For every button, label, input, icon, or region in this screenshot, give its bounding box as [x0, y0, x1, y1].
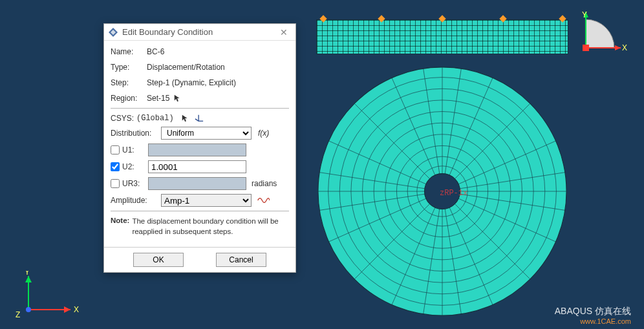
u1-checkbox[interactable]: [111, 145, 120, 154]
triad-bottom-left: X Y Z: [9, 271, 80, 323]
watermark: ABAQUS 仿真在线 www.1CAE.com: [555, 306, 631, 325]
amplitude-select[interactable]: Amp-1: [161, 194, 252, 207]
note-text: The displacement boundary condition will…: [132, 217, 289, 237]
svg-rect-34: [583, 45, 589, 51]
u1-label: U1:: [122, 145, 148, 154]
beam-mesh: [316, 19, 568, 54]
distribution-select[interactable]: Uniform: [161, 127, 252, 140]
type-label: Type:: [111, 63, 147, 72]
view-cube[interactable]: X Y: [579, 9, 631, 61]
ur3-input[interactable]: [148, 177, 246, 190]
watermark-line1: ABAQUS 仿真在线: [555, 306, 631, 317]
svg-text:X: X: [622, 43, 627, 52]
datum-label: zRP-1x: [440, 189, 467, 198]
ur3-checkbox[interactable]: [111, 179, 120, 188]
axis-z-label: Z: [16, 310, 20, 319]
u2-checkbox[interactable]: [111, 162, 120, 171]
divider: [111, 108, 289, 109]
csys-axes-icon[interactable]: [194, 114, 204, 123]
edit-bc-dialog: Edit Boundary Condition ✕ Name: BC-6 Typ…: [103, 23, 296, 273]
step-label: Step:: [111, 78, 147, 87]
svg-marker-26: [64, 306, 70, 313]
pick-region-icon[interactable]: [173, 94, 182, 103]
beam-grid: [317, 20, 568, 54]
u1-input[interactable]: [148, 143, 246, 156]
close-icon[interactable]: ✕: [276, 27, 292, 37]
watermark-line2: www.1CAE.com: [555, 317, 631, 325]
amplitude-label: Amplitude:: [111, 196, 161, 205]
type-value: Displacement/Rotation: [147, 63, 225, 72]
dialog-body: Name: BC-6 Type: Displacement/Rotation S…: [104, 41, 295, 247]
u2-input[interactable]: [148, 160, 246, 173]
app-icon: [108, 27, 118, 37]
ur3-label: UR3:: [122, 179, 148, 188]
axis-x-label: X: [74, 305, 79, 314]
svg-text:Y: Y: [582, 10, 587, 19]
ok-button[interactable]: OK: [133, 253, 184, 267]
axis-y-label: Y: [25, 271, 30, 277]
dialog-buttons: OK Cancel: [104, 247, 295, 272]
u2-label: U2:: [122, 162, 148, 171]
svg-marker-28: [25, 276, 32, 282]
distribution-label: Distribution:: [111, 129, 161, 138]
dialog-title: Edit Boundary Condition: [122, 27, 276, 37]
step-value: Step-1 (Dynamic, Explicit): [147, 78, 236, 87]
note-label: Note:: [111, 217, 129, 237]
ur3-unit: radians: [252, 179, 277, 188]
note: Note: The displacement boundary conditio…: [111, 217, 289, 237]
csys-value: (Global): [136, 114, 174, 123]
fx-icon[interactable]: f(x): [258, 129, 269, 138]
cancel-button[interactable]: Cancel: [216, 253, 266, 267]
name-value: BC-6: [147, 47, 164, 56]
csys-label: CSYS:: [111, 114, 134, 123]
region-value: Set-15: [147, 94, 169, 103]
svg-line-41: [195, 119, 199, 122]
svg-point-29: [26, 307, 31, 312]
amplitude-curve-icon[interactable]: [257, 195, 270, 206]
dialog-titlebar[interactable]: Edit Boundary Condition ✕: [104, 24, 295, 41]
viewport: zRP-1x X Y Z X Y ABAQUS 仿真在线 www.1CAE.co…: [0, 0, 644, 329]
region-label: Region:: [111, 94, 147, 103]
pick-csys-icon[interactable]: [181, 114, 190, 123]
svg-marker-31: [615, 45, 621, 50]
name-label: Name:: [111, 47, 147, 56]
divider: [111, 211, 289, 211]
